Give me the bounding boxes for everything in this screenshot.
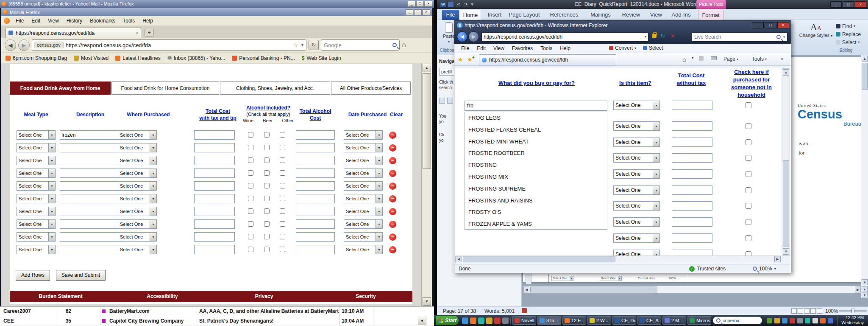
browser-tab[interactable]: https://respond.census.gov/ced/fda × xyxy=(6,28,141,38)
description-input[interactable] xyxy=(60,207,121,216)
favorites-star-icon[interactable]: ★ xyxy=(458,56,463,63)
is-this-item-select[interactable]: Select One▼ xyxy=(613,217,660,227)
clear-row-button[interactable]: − xyxy=(389,208,396,215)
scrollbar-thumb[interactable] xyxy=(463,256,615,262)
total-cost-input[interactable] xyxy=(194,181,235,191)
reload-button[interactable]: ↻ xyxy=(309,40,319,50)
zoom-control[interactable]: 100%▾ xyxy=(753,266,776,272)
back-button[interactable]: ◀ xyxy=(5,39,16,51)
bookmark-item[interactable]: Personal Banking - PN... xyxy=(232,55,295,61)
autocomplete-suggestion[interactable]: FROSTED MINI WHEAT xyxy=(465,136,607,148)
col-meal-type[interactable]: Meal Type xyxy=(17,111,56,118)
page-indicator[interactable]: Page: 17 of 38 xyxy=(443,308,476,314)
col-clear[interactable]: Clear xyxy=(384,111,408,118)
quick-launch-icon[interactable] xyxy=(486,318,492,324)
taskbar-button[interactable]: 3 In... xyxy=(537,316,561,325)
total-cost-without-tax-input[interactable] xyxy=(672,121,712,131)
where-purchased-select[interactable]: Select One▼ xyxy=(118,130,157,140)
other-checkbox[interactable] xyxy=(280,247,285,252)
word-horizontal-scrollbar[interactable]: ◀ ▶ xyxy=(523,286,861,293)
menu-help[interactable]: Help xyxy=(139,17,156,25)
purchased-for-other-checkbox[interactable] xyxy=(746,139,751,145)
feeds-icon[interactable] xyxy=(699,56,704,61)
search-icon[interactable] xyxy=(776,35,781,39)
tray-icon[interactable] xyxy=(767,318,772,323)
description-input[interactable] xyxy=(60,130,121,140)
ie-horizontal-scrollbar[interactable]: ◀ ▶ xyxy=(455,256,781,263)
where-purchased-select[interactable]: Select One▼ xyxy=(118,156,157,165)
search-icon[interactable] xyxy=(392,43,397,47)
total-cost-without-tax-input[interactable] xyxy=(672,217,712,227)
ribbon-tab-review[interactable]: Review xyxy=(619,10,643,20)
tray-icon[interactable] xyxy=(820,318,826,323)
where-purchased-select[interactable]: Select One▼ xyxy=(118,219,157,229)
undo-icon[interactable]: ↶ xyxy=(456,2,461,7)
tray-icon[interactable] xyxy=(782,318,787,323)
total-alcohol-cost-input[interactable] xyxy=(296,219,335,229)
beer-checkbox[interactable] xyxy=(264,247,270,252)
total-cost-input[interactable] xyxy=(194,219,235,229)
taskbar-button[interactable]: 2 M... xyxy=(662,316,686,325)
where-purchased-select[interactable]: Select One▼ xyxy=(118,245,157,254)
close-button[interactable]: × xyxy=(777,22,789,28)
where-purchased-select[interactable]: Select One▼ xyxy=(118,232,157,242)
taskbar-button[interactable]: Novell... xyxy=(512,316,536,325)
clear-row-button[interactable]: − xyxy=(389,132,396,139)
forward-button[interactable]: ▶ xyxy=(468,31,479,42)
maximize-button[interactable]: □ xyxy=(414,9,422,15)
menu-view[interactable]: View xyxy=(490,45,508,52)
beer-checkbox[interactable] xyxy=(264,183,270,188)
scroll-right-icon[interactable]: ▶ xyxy=(774,256,781,262)
tab-food-home[interactable]: Food and Drink for Home Consumption xyxy=(111,82,219,95)
tray-icon[interactable] xyxy=(812,318,818,323)
ribbon-tab-file[interactable]: File xyxy=(442,10,459,20)
beer-checkbox[interactable] xyxy=(264,170,270,176)
total-alcohol-cost-input[interactable] xyxy=(296,194,335,203)
url-dropdown-icon[interactable]: ▼ xyxy=(300,43,304,47)
purchased-for-other-checkbox[interactable] xyxy=(746,219,751,225)
autocomplete-suggestion[interactable]: FROSTINS AND RAISINS xyxy=(465,195,607,207)
site-identity-chip[interactable]: census.gov xyxy=(34,42,64,48)
beer-checkbox[interactable] xyxy=(264,196,270,201)
autocomplete-suggestion[interactable]: FROZEN APPLE & YAMS xyxy=(465,218,607,230)
autocomplete-suggestion[interactable]: FROSTED FLAKES CEREAL xyxy=(465,124,607,136)
menu-help[interactable]: Help xyxy=(556,45,574,52)
purchased-for-other-checkbox[interactable] xyxy=(746,203,751,209)
scroll-up-icon[interactable]: ▲ xyxy=(862,56,868,62)
search-dropdown-icon[interactable]: ▾ xyxy=(783,35,785,39)
bookmark-star-icon[interactable]: ☆ xyxy=(293,42,299,48)
description-input[interactable] xyxy=(60,194,121,203)
clear-row-button[interactable]: − xyxy=(389,157,396,164)
wine-checkbox[interactable] xyxy=(248,170,253,176)
date-purchased-select[interactable]: Select One▼ xyxy=(344,143,383,152)
tray-icon[interactable] xyxy=(790,318,795,323)
copernic-search-box[interactable]: copernic xyxy=(713,317,762,324)
col-total-alcohol-cost[interactable]: Total Alcohol xyxy=(293,108,338,115)
beer-checkbox[interactable] xyxy=(264,132,270,138)
zoom-knob[interactable] xyxy=(851,309,854,313)
qat-dropdown-icon[interactable]: ▾ xyxy=(471,1,473,7)
description-input[interactable] xyxy=(60,169,121,178)
start-button[interactable]: Start xyxy=(436,316,459,325)
other-checkbox[interactable] xyxy=(280,196,285,201)
close-button[interactable]: × xyxy=(855,1,866,8)
convert-button[interactable]: Convert▾ xyxy=(609,45,636,51)
live-search-box[interactable]: Live Search ▾ xyxy=(692,32,787,42)
date-purchased-select[interactable]: Select One▼ xyxy=(344,156,383,165)
wine-checkbox[interactable] xyxy=(248,196,253,201)
word-count[interactable]: Words: 5,001 xyxy=(484,308,515,314)
menu-history[interactable]: History xyxy=(63,17,86,25)
total-cost-input[interactable] xyxy=(194,156,235,165)
ribbon-tab-references[interactable]: References xyxy=(547,10,581,20)
footer-accessibility[interactable]: Accessibility xyxy=(128,293,196,299)
quick-launch-icon[interactable] xyxy=(462,318,468,324)
total-cost-without-tax-input[interactable] xyxy=(672,201,712,211)
save-icon[interactable] xyxy=(448,2,453,7)
bookmark-item[interactable]: $Web Site Login xyxy=(302,55,341,61)
tray-icon[interactable] xyxy=(805,318,810,323)
replace-button[interactable]: Replace xyxy=(836,31,861,38)
bookmark-item[interactable]: ✉Inbox (38865) - Yaho... xyxy=(167,55,225,61)
scroll-down-icon[interactable]: ▼ xyxy=(423,297,431,306)
tab-close-icon[interactable]: × xyxy=(136,31,138,36)
where-purchased-select[interactable]: Select One▼ xyxy=(118,181,157,191)
